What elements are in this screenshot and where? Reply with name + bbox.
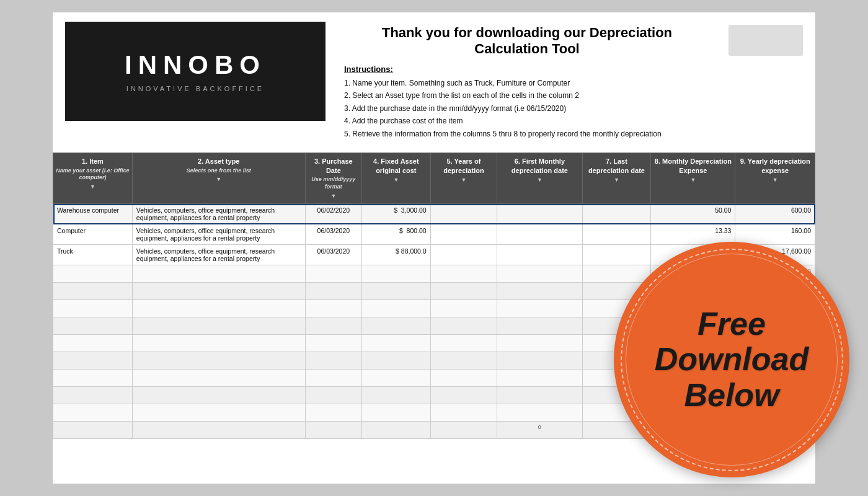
col-header-7: 7. Last depreciation date ▼ (582, 153, 651, 203)
col-header-2: 2. Asset type Selects one from the list … (132, 153, 305, 203)
cell-yearly-expense: 600.00 (735, 204, 815, 224)
instruction-2: Select an Asset type from the list on ea… (344, 89, 710, 102)
cell-first-monthly (497, 245, 582, 265)
table-row: Computer Vehicles, computers, office equ… (53, 224, 815, 245)
cell-item: Computer (53, 224, 133, 245)
cell-item: Warehouse computer (53, 204, 133, 224)
cell-item: Truck (53, 245, 133, 265)
cell-last-depr (582, 245, 651, 265)
cell-years (430, 204, 497, 224)
cell-fixed-asset: $ 3,000.00 (361, 204, 430, 224)
header-area: INNOBO INNOVATIVE BACKOFFICE Thank you f… (53, 12, 815, 153)
instruction-4: Add the purchase cost of the item (344, 115, 710, 127)
cell-yearly-expense: 160.00 (735, 224, 815, 245)
cell-asset-type: Vehicles, computers, office equipment, r… (132, 224, 305, 245)
cell-last-depr (582, 204, 651, 224)
instructions-label: Instructions: (344, 64, 710, 74)
instruction-3: Add the purchase date in the mm/dd/yyyy … (344, 102, 710, 115)
cell-purchase-date: 06/02/2020 (305, 204, 361, 224)
table-row: Warehouse computer Vehicles, computers, … (53, 204, 815, 224)
cell-monthly-expense: 50.00 (651, 204, 735, 224)
instruction-1: Name your item. Something such as Truck,… (344, 77, 710, 89)
instructions-section: Thank you for downloading our Depreciati… (338, 22, 716, 143)
cell-purchase-date: 06/03/2020 (305, 245, 361, 265)
main-title: Thank you for downloading our Depreciati… (344, 25, 710, 57)
cell-years (430, 245, 497, 265)
cell-fixed-asset: $ 88,000.0 (361, 245, 430, 265)
instructions-list: Name your item. Something such as Truck,… (344, 77, 710, 140)
top-right-widget (728, 25, 803, 56)
cell-last-depr (582, 224, 651, 245)
free-download-overlay[interactable]: FreeDownloadBelow (614, 242, 849, 477)
logo-title: INNOBO (125, 50, 266, 80)
logo-subtitle: INNOVATIVE BACKOFFICE (126, 85, 264, 92)
cell-asset-type: Vehicles, computers, office equipment, r… (132, 245, 305, 265)
col-header-1: 1. Item Name your asset (i.e: Office com… (53, 153, 133, 203)
free-download-text: FreeDownloadBelow (636, 306, 827, 413)
col-header-3: 3. Purchase Date Use mm/dd/yyyy format ▼ (305, 153, 361, 203)
col-header-8: 8. Monthly Depreciation Expense ▼ (651, 153, 735, 203)
cell-asset-type: Vehicles, computers, office equipment, r… (132, 204, 305, 224)
cell-years (430, 224, 497, 245)
col-header-6: 6. First Monthly depreciation date ▼ (497, 153, 582, 203)
cell-first-monthly (497, 224, 582, 245)
instruction-5: Retrieve the information from the column… (344, 128, 710, 140)
col-header-4: 4. Fixed Asset original cost ▼ (361, 153, 430, 203)
cell-first-monthly (497, 204, 582, 224)
cell-fixed-asset: $ 800.00 (361, 224, 430, 245)
cell-purchase-date: 06/03/2020 (305, 224, 361, 245)
col-header-9: 9. Yearly depreciation expense ▼ (735, 153, 815, 203)
logo-section: INNOBO INNOVATIVE BACKOFFICE (65, 22, 326, 121)
col-header-5: 5. Years of depreciation ▼ (430, 153, 497, 203)
